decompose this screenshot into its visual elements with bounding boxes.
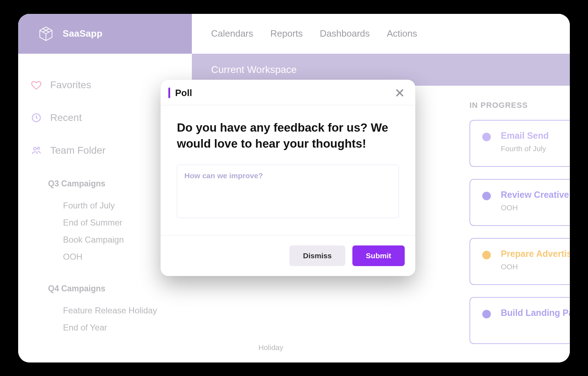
board-column-in-progress: IN PROGRESS Email Send Fourth of July [469, 101, 570, 362]
folder-title: Q4 Campaigns [48, 284, 192, 293]
column-title: IN PROGRESS [469, 101, 570, 110]
topnav-calendars[interactable]: Calendars [211, 28, 253, 39]
modal-title: Poll [175, 88, 192, 99]
workspace-label: Current Workspace [211, 64, 297, 75]
poll-modal: Poll Do you have any feedback for us? We… [161, 80, 415, 276]
card-title: Email Send [501, 131, 549, 141]
modal-body: Do you have any feedback for us? We woul… [161, 105, 415, 235]
card-title: Build Landing Page [501, 308, 570, 318]
folder-item[interactable]: End of Year [63, 319, 192, 336]
card-subtitle: Fourth of July [501, 144, 549, 153]
heart-icon [31, 80, 42, 90]
topnav-dashboards[interactable]: Dashboards [320, 28, 370, 39]
card[interactable]: Review Creative OOH [469, 179, 570, 226]
card-subtitle: Holiday [258, 343, 283, 352]
card[interactable]: Build Landing Page [469, 297, 570, 344]
folder-group-q4: Q4 Campaigns Feature Release Holiday End… [26, 284, 192, 336]
svg-point-2 [37, 147, 40, 149]
topnav-actions[interactable]: Actions [387, 28, 417, 39]
status-dot-icon [482, 251, 491, 259]
card-subtitle: OOH [501, 203, 569, 212]
modal-question: Do you have any feedback for us? We woul… [177, 120, 399, 152]
modal-accent-bar [168, 88, 170, 98]
card[interactable]: Email Send Fourth of July [469, 120, 570, 167]
status-dot-icon [482, 133, 491, 141]
card[interactable]: Prepare Advertising OOH [469, 238, 570, 285]
app-window: SaaSapp Favorites Recent [18, 14, 570, 362]
topnav: Calendars Reports Dashboards Actions [192, 14, 570, 54]
card-list: Email Send Fourth of July Review Creativ… [469, 120, 570, 344]
card-title: Review Creative [501, 190, 569, 200]
status-dot-icon [482, 310, 491, 318]
close-icon[interactable] [395, 88, 405, 98]
submit-button[interactable]: Submit [352, 245, 405, 266]
modal-footer: Dismiss Submit [161, 235, 415, 276]
svg-point-1 [34, 147, 37, 150]
status-dot-icon [482, 192, 491, 200]
brand: SaaSapp [18, 14, 192, 54]
folder-item[interactable]: Feature Release Holiday [63, 302, 192, 319]
card-title: Prepare Advertising [501, 249, 570, 259]
sidebar-item-label: Team Folder [50, 145, 106, 156]
feedback-input[interactable] [177, 165, 399, 218]
topnav-reports[interactable]: Reports [271, 28, 303, 39]
team-icon [31, 145, 42, 156]
sidebar-item-label: Recent [50, 112, 82, 123]
sidebar-item-label: Favorites [50, 79, 91, 91]
brand-name: SaaSapp [63, 28, 103, 39]
clock-icon [31, 112, 42, 123]
brand-logo-icon [38, 26, 54, 42]
modal-header: Poll [161, 80, 415, 105]
dismiss-button[interactable]: Dismiss [289, 245, 345, 266]
card-subtitle: OOH [501, 263, 570, 271]
